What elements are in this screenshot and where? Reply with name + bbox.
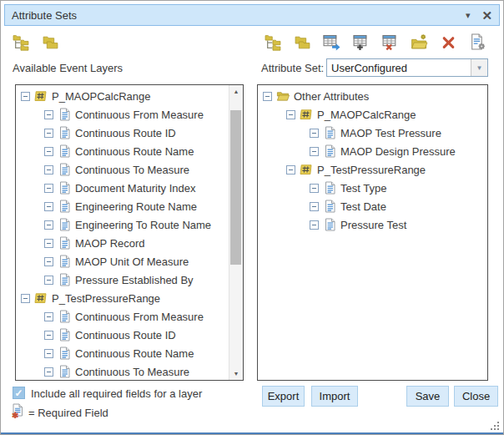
add-attribute-set-button[interactable] bbox=[350, 32, 370, 52]
layer-icon bbox=[300, 108, 313, 121]
tree-item-label: Pressure Established By bbox=[75, 274, 194, 286]
collapse-toggle-icon[interactable] bbox=[44, 202, 53, 211]
field-icon bbox=[323, 126, 336, 139]
tree-item-continuous-route-id[interactable]: Continuous Route ID bbox=[16, 124, 229, 142]
chevron-down-icon: ▼ bbox=[476, 64, 483, 72]
tree-item-engineering-to-route-name[interactable]: Engineering To Route Name bbox=[16, 215, 229, 234]
collapse-toggle-icon[interactable] bbox=[44, 312, 53, 321]
field-icon bbox=[58, 218, 71, 231]
layer-icon bbox=[34, 89, 48, 103]
tree-item-continuous-to-measure[interactable]: Continuous To Measure bbox=[16, 362, 229, 381]
table-remove-icon bbox=[381, 33, 399, 51]
collapse-toggle-icon[interactable] bbox=[286, 110, 295, 119]
collapse-toggle-icon[interactable] bbox=[44, 110, 53, 119]
tree-item-continuous-route-id[interactable]: Continuous Route ID bbox=[16, 326, 229, 344]
svg-text:✱: ✱ bbox=[12, 411, 19, 419]
scroll-down-icon[interactable]: ▼ bbox=[229, 367, 243, 380]
delete-x-icon bbox=[440, 33, 457, 51]
import-button[interactable]: Import bbox=[311, 386, 358, 407]
collapse-toggle-icon[interactable] bbox=[310, 184, 319, 193]
collapse-toggle-icon[interactable] bbox=[44, 129, 53, 138]
tree-item-maop-unit-of-measure[interactable]: MAOP Unit Of Measure bbox=[16, 252, 229, 271]
open-folders-button[interactable] bbox=[40, 32, 60, 52]
table-add-icon bbox=[352, 33, 370, 51]
remove-attribute-set-button[interactable] bbox=[380, 32, 400, 52]
collapse-toggle-icon[interactable] bbox=[263, 92, 272, 101]
scrollbar-thumb[interactable] bbox=[230, 110, 241, 265]
tree-item-document-maturity-index[interactable]: Document Maturity Index bbox=[16, 179, 229, 197]
resize-grip[interactable] bbox=[491, 422, 500, 431]
collapse-toggle-icon[interactable] bbox=[310, 129, 319, 138]
tree-item-maop-record[interactable]: MAOP Record bbox=[16, 234, 229, 252]
tree-item-p-maopcalcrange[interactable]: P_MAOPCalcRange bbox=[258, 105, 487, 124]
window-bottom-edge bbox=[1, 432, 503, 434]
required-field-legend: = Required Field bbox=[28, 407, 108, 419]
tree-item-continuous-to-measure[interactable]: Continuous To Measure bbox=[16, 160, 229, 179]
tree-folders-icon bbox=[13, 33, 30, 51]
collapse-toggle-icon[interactable] bbox=[21, 294, 30, 303]
tree-item-engineering-route-name[interactable]: Engineering Route Name bbox=[16, 197, 229, 215]
tree-item-label: Engineering Route Name bbox=[75, 200, 197, 213]
collapse-toggle-icon[interactable] bbox=[44, 331, 53, 340]
add-layer-to-set-button[interactable] bbox=[263, 32, 283, 52]
report-settings-icon bbox=[469, 33, 486, 51]
dropdown-caret-icon[interactable]: ▾ bbox=[466, 11, 471, 20]
attribute-set-properties-button[interactable] bbox=[467, 32, 487, 52]
vertical-scrollbar[interactable]: ▲ ▼ bbox=[229, 85, 243, 380]
field-icon bbox=[323, 144, 336, 158]
save-button[interactable]: Save bbox=[406, 386, 449, 407]
collapse-toggle-icon[interactable] bbox=[44, 220, 53, 230]
open-folders-button[interactable] bbox=[292, 32, 312, 52]
tree-item-label: MAOP Unit Of Measure bbox=[75, 255, 189, 268]
collapse-toggle-icon[interactable] bbox=[44, 165, 53, 175]
collapse-toggle-icon[interactable] bbox=[44, 184, 53, 193]
collapse-toggle-icon[interactable] bbox=[310, 202, 319, 211]
tree-item-p-maopcalcrange[interactable]: P_MAOPCalcRange bbox=[16, 87, 229, 105]
export-button[interactable]: Export bbox=[262, 386, 305, 407]
collapse-toggle-icon[interactable] bbox=[44, 239, 53, 248]
tree-item-continuous-from-measure[interactable]: Continuous From Measure bbox=[16, 105, 229, 124]
tree-item-continuous-from-measure[interactable]: Continuous From Measure bbox=[16, 307, 229, 326]
collapse-toggle-icon[interactable] bbox=[44, 147, 53, 156]
include-required-fields-checkbox[interactable]: ✓ bbox=[13, 387, 25, 399]
field-icon bbox=[58, 328, 71, 341]
folders-icon bbox=[294, 33, 311, 51]
export-attribute-set-button[interactable] bbox=[321, 32, 341, 52]
collapse-toggle-icon[interactable] bbox=[286, 165, 295, 175]
tree-item-p-testpressurerange[interactable]: P_TestPressureRange bbox=[16, 289, 229, 307]
add-layer-to-set-button[interactable] bbox=[11, 32, 31, 52]
tree-item-other-attributes[interactable]: Other Attributes bbox=[258, 87, 487, 105]
field-icon bbox=[58, 108, 71, 121]
tree-item-pressure-established-by[interactable]: Pressure Established By bbox=[16, 271, 229, 289]
tree-item-p-testpressurerange[interactable]: P_TestPressureRange bbox=[258, 160, 487, 179]
collapse-toggle-icon[interactable] bbox=[44, 367, 53, 377]
tree-item-continuous-route-name[interactable]: Continuous Route Name bbox=[16, 142, 229, 160]
tree-item-pressure-test[interactable]: Pressure Test bbox=[258, 215, 487, 234]
tree-item-test-date[interactable]: Test Date bbox=[258, 197, 487, 215]
collapse-toggle-icon[interactable] bbox=[21, 92, 30, 101]
tree-item-continuous-route-name[interactable]: Continuous Route Name bbox=[16, 344, 229, 362]
field-icon bbox=[58, 236, 71, 250]
attribute-set-dropdown[interactable]: UserConfigured ▼ bbox=[326, 58, 488, 77]
collapse-toggle-icon[interactable] bbox=[44, 276, 53, 285]
tree-item-label: Continuous Route Name bbox=[75, 145, 194, 158]
checkmark-icon: ✓ bbox=[14, 388, 23, 398]
delete-item-button[interactable] bbox=[438, 32, 458, 52]
attribute-sets-dialog: Attribute Sets ▾ ✕ Available Event Layer… bbox=[0, 0, 504, 435]
tree-item-maop-design-pressure[interactable]: MAOP Design Pressure bbox=[258, 142, 487, 160]
collapse-toggle-icon[interactable] bbox=[44, 257, 53, 266]
collapse-toggle-icon[interactable] bbox=[310, 147, 319, 156]
collapse-toggle-icon[interactable] bbox=[44, 349, 53, 358]
close-icon[interactable]: ✕ bbox=[481, 9, 492, 22]
scroll-up-icon[interactable]: ▲ bbox=[229, 85, 243, 98]
field-icon bbox=[58, 273, 71, 286]
collapse-toggle-icon[interactable] bbox=[310, 220, 319, 230]
field-icon bbox=[323, 218, 336, 231]
close-button[interactable]: Close bbox=[454, 386, 498, 407]
tree-item-test-type[interactable]: Test Type bbox=[258, 179, 487, 197]
tree-item-maop-test-pressure[interactable]: MAOP Test Pressure bbox=[258, 124, 487, 142]
tree-item-label: Continuous To Measure bbox=[75, 366, 189, 378]
field-icon bbox=[58, 163, 71, 176]
dropdown-button[interactable]: ▼ bbox=[471, 59, 487, 76]
new-group-button[interactable] bbox=[409, 32, 429, 52]
